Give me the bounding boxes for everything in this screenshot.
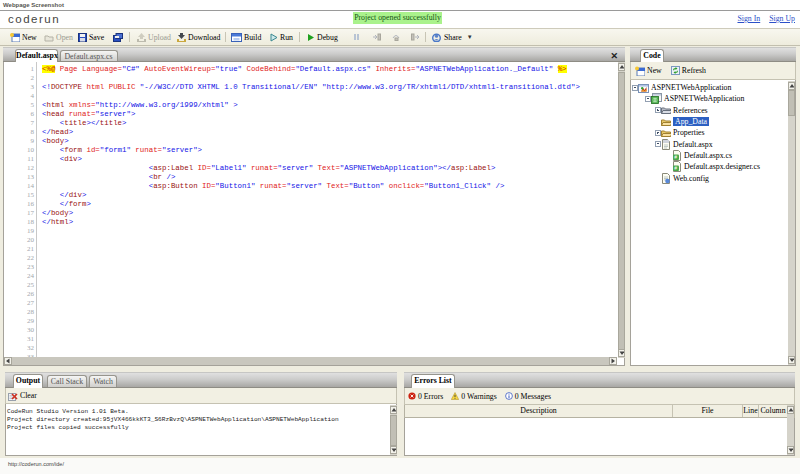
svg-text:#: # xyxy=(674,165,677,171)
svg-text:#: # xyxy=(674,154,677,160)
